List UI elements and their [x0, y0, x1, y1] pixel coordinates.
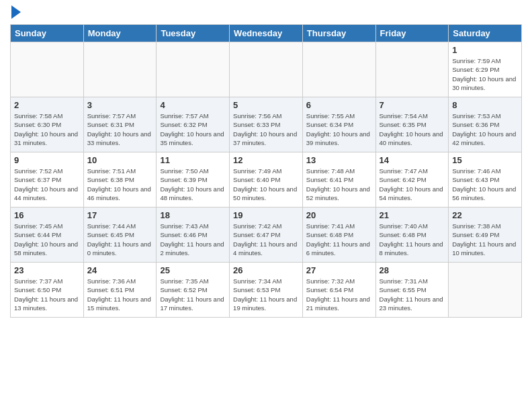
day-number: 28 [380, 265, 445, 275]
calendar-week-5: 23Sunrise: 7:37 AM Sunset: 6:50 PM Dayli… [11, 263, 522, 318]
calendar-table: SundayMondayTuesdayWednesdayThursdayFrid… [10, 24, 522, 318]
day-number: 1 [452, 45, 518, 55]
day-info: Sunrise: 7:55 AM Sunset: 6:34 PM Dayligh… [306, 111, 372, 147]
calendar-cell: 22Sunrise: 7:38 AM Sunset: 6:49 PM Dayli… [449, 208, 522, 263]
calendar-cell: 17Sunrise: 7:44 AM Sunset: 6:45 PM Dayli… [83, 208, 157, 263]
calendar-cell: 24Sunrise: 7:36 AM Sunset: 6:51 PM Dayli… [83, 263, 157, 318]
day-number: 8 [452, 100, 518, 110]
calendar-cell: 14Sunrise: 7:47 AM Sunset: 6:42 PM Dayli… [375, 152, 449, 208]
calendar-header-saturday: Saturday [449, 25, 522, 42]
day-number: 9 [14, 155, 80, 165]
calendar-cell [375, 42, 449, 97]
calendar-week-1: 1Sunrise: 7:59 AM Sunset: 6:29 PM Daylig… [11, 42, 522, 97]
day-number: 24 [87, 265, 153, 275]
calendar-cell: 23Sunrise: 7:37 AM Sunset: 6:50 PM Dayli… [11, 263, 84, 318]
day-info: Sunrise: 7:48 AM Sunset: 6:41 PM Dayligh… [306, 167, 372, 202]
day-number: 7 [380, 100, 445, 110]
header [10, 7, 522, 19]
calendar-header-tuesday: Tuesday [157, 25, 230, 42]
calendar-cell: 6Sunrise: 7:55 AM Sunset: 6:34 PM Daylig… [302, 97, 375, 152]
calendar-cell: 15Sunrise: 7:46 AM Sunset: 6:43 PM Dayli… [449, 152, 522, 208]
calendar-week-2: 2Sunrise: 7:58 AM Sunset: 6:30 PM Daylig… [11, 97, 522, 152]
calendar-cell: 13Sunrise: 7:48 AM Sunset: 6:41 PM Dayli… [302, 152, 375, 208]
day-number: 27 [306, 265, 372, 275]
calendar-cell [449, 263, 522, 318]
calendar-cell: 2Sunrise: 7:58 AM Sunset: 6:30 PM Daylig… [11, 97, 84, 152]
calendar-cell: 16Sunrise: 7:45 AM Sunset: 6:44 PM Dayli… [11, 208, 84, 263]
page-container: SundayMondayTuesdayWednesdayThursdayFrid… [0, 0, 532, 321]
day-number: 14 [380, 155, 445, 165]
calendar-cell [11, 42, 84, 97]
day-info: Sunrise: 7:36 AM Sunset: 6:51 PM Dayligh… [87, 277, 153, 312]
calendar-cell: 1Sunrise: 7:59 AM Sunset: 6:29 PM Daylig… [449, 42, 522, 97]
day-info: Sunrise: 7:44 AM Sunset: 6:45 PM Dayligh… [87, 222, 153, 257]
calendar-week-3: 9Sunrise: 7:52 AM Sunset: 6:37 PM Daylig… [11, 152, 522, 208]
day-info: Sunrise: 7:47 AM Sunset: 6:42 PM Dayligh… [380, 167, 445, 202]
day-info: Sunrise: 7:42 AM Sunset: 6:47 PM Dayligh… [233, 222, 299, 257]
calendar-cell: 18Sunrise: 7:43 AM Sunset: 6:46 PM Dayli… [157, 208, 230, 263]
day-number: 25 [160, 265, 226, 275]
day-info: Sunrise: 7:38 AM Sunset: 6:49 PM Dayligh… [452, 222, 518, 257]
day-number: 21 [380, 210, 445, 220]
day-info: Sunrise: 7:35 AM Sunset: 6:52 PM Dayligh… [160, 277, 226, 312]
logo-arrow-icon [11, 5, 21, 19]
calendar-cell: 10Sunrise: 7:51 AM Sunset: 6:38 PM Dayli… [83, 152, 157, 208]
day-number: 20 [306, 210, 372, 220]
day-info: Sunrise: 7:40 AM Sunset: 6:48 PM Dayligh… [380, 222, 445, 257]
calendar-cell: 11Sunrise: 7:50 AM Sunset: 6:39 PM Dayli… [157, 152, 230, 208]
calendar-cell: 5Sunrise: 7:56 AM Sunset: 6:33 PM Daylig… [230, 97, 303, 152]
calendar-header-sunday: Sunday [11, 25, 84, 42]
day-info: Sunrise: 7:37 AM Sunset: 6:50 PM Dayligh… [14, 277, 80, 312]
calendar-cell: 25Sunrise: 7:35 AM Sunset: 6:52 PM Dayli… [157, 263, 230, 318]
calendar-cell: 3Sunrise: 7:57 AM Sunset: 6:31 PM Daylig… [83, 97, 157, 152]
day-number: 3 [87, 100, 153, 110]
calendar-header-row: SundayMondayTuesdayWednesdayThursdayFrid… [11, 25, 522, 42]
calendar-cell [230, 42, 303, 97]
calendar-week-4: 16Sunrise: 7:45 AM Sunset: 6:44 PM Dayli… [11, 208, 522, 263]
calendar-header-thursday: Thursday [302, 25, 375, 42]
day-info: Sunrise: 7:31 AM Sunset: 6:55 PM Dayligh… [380, 277, 445, 312]
day-info: Sunrise: 7:52 AM Sunset: 6:37 PM Dayligh… [14, 167, 80, 202]
calendar-header-friday: Friday [375, 25, 449, 42]
calendar-cell: 28Sunrise: 7:31 AM Sunset: 6:55 PM Dayli… [375, 263, 449, 318]
calendar-cell [83, 42, 157, 97]
calendar-cell: 7Sunrise: 7:54 AM Sunset: 6:35 PM Daylig… [375, 97, 449, 152]
day-number: 26 [233, 265, 299, 275]
day-number: 15 [452, 155, 518, 165]
day-info: Sunrise: 7:54 AM Sunset: 6:35 PM Dayligh… [380, 111, 445, 147]
day-number: 11 [160, 155, 226, 165]
day-info: Sunrise: 7:32 AM Sunset: 6:54 PM Dayligh… [306, 277, 372, 312]
calendar-cell: 26Sunrise: 7:34 AM Sunset: 6:53 PM Dayli… [230, 263, 303, 318]
day-info: Sunrise: 7:49 AM Sunset: 6:40 PM Dayligh… [233, 167, 299, 202]
day-number: 10 [87, 155, 153, 165]
calendar-header-wednesday: Wednesday [230, 25, 303, 42]
day-number: 18 [160, 210, 226, 220]
day-info: Sunrise: 7:51 AM Sunset: 6:38 PM Dayligh… [87, 167, 153, 202]
day-info: Sunrise: 7:53 AM Sunset: 6:36 PM Dayligh… [452, 111, 518, 147]
day-info: Sunrise: 7:45 AM Sunset: 6:44 PM Dayligh… [14, 222, 80, 257]
day-number: 13 [306, 155, 372, 165]
calendar-cell: 9Sunrise: 7:52 AM Sunset: 6:37 PM Daylig… [11, 152, 84, 208]
day-info: Sunrise: 7:34 AM Sunset: 6:53 PM Dayligh… [233, 277, 299, 312]
day-number: 17 [87, 210, 153, 220]
day-number: 16 [14, 210, 80, 220]
day-info: Sunrise: 7:58 AM Sunset: 6:30 PM Dayligh… [14, 111, 80, 147]
calendar-cell [157, 42, 230, 97]
day-number: 19 [233, 210, 299, 220]
day-number: 6 [306, 100, 372, 110]
day-info: Sunrise: 7:43 AM Sunset: 6:46 PM Dayligh… [160, 222, 226, 257]
calendar-cell: 12Sunrise: 7:49 AM Sunset: 6:40 PM Dayli… [230, 152, 303, 208]
day-info: Sunrise: 7:57 AM Sunset: 6:32 PM Dayligh… [160, 111, 226, 147]
calendar-cell: 27Sunrise: 7:32 AM Sunset: 6:54 PM Dayli… [302, 263, 375, 318]
day-number: 5 [233, 100, 299, 110]
day-number: 2 [14, 100, 80, 110]
day-number: 23 [14, 265, 80, 275]
day-info: Sunrise: 7:41 AM Sunset: 6:48 PM Dayligh… [306, 222, 372, 257]
calendar-cell: 8Sunrise: 7:53 AM Sunset: 6:36 PM Daylig… [449, 97, 522, 152]
day-number: 22 [452, 210, 518, 220]
calendar-cell: 21Sunrise: 7:40 AM Sunset: 6:48 PM Dayli… [375, 208, 449, 263]
day-number: 4 [160, 100, 226, 110]
calendar-cell [302, 42, 375, 97]
day-number: 12 [233, 155, 299, 165]
day-info: Sunrise: 7:50 AM Sunset: 6:39 PM Dayligh… [160, 167, 226, 202]
